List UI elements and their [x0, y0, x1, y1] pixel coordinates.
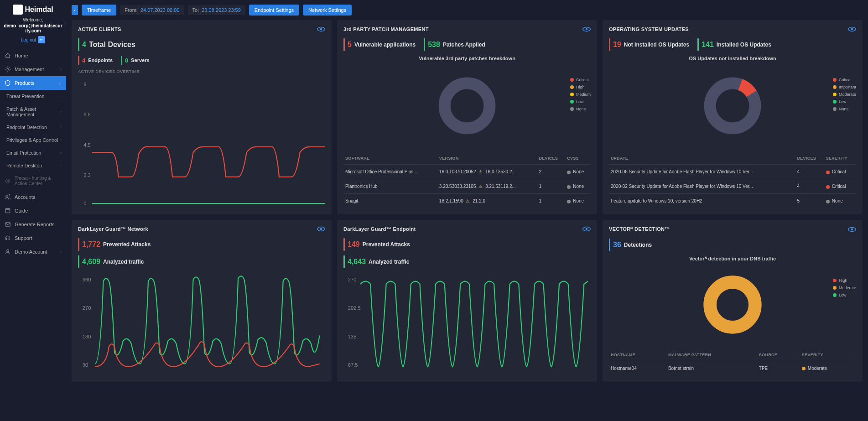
gear-icon — [5, 66, 11, 73]
nav-products[interactable]: Products ⌄ — [0, 76, 66, 90]
nav-home[interactable]: Home — [0, 49, 66, 62]
chart-subtitle: ACTIVE DEVICES OVERTIME — [78, 69, 325, 74]
from-date-group[interactable]: From: 24.07.2023 00:00 — [120, 5, 184, 15]
nav-generate-reports[interactable]: Generate Reports — [0, 218, 66, 231]
os-legend: Critical Important Moderate Low None — [833, 78, 856, 111]
warning-icon: ⚠ — [478, 184, 483, 189]
table-row[interactable]: 2020-06 Security Update for Adobe Flash … — [609, 165, 856, 179]
card-title: DarkLayer Guard™ Endpoint — [343, 226, 416, 232]
vectorn-donut-chart: High Moderate Low — [609, 265, 856, 344]
nav-guide[interactable]: Guide — [0, 204, 66, 218]
chevron-right-icon: › — [60, 163, 62, 168]
nav-email-protection[interactable]: Email Protection› — [0, 146, 66, 159]
dlg-endpoint-chart: 270202.513567.5 — [343, 273, 591, 375]
analyzed-traffic-value: 4,643 — [348, 258, 366, 266]
svg-text:4.5: 4.5 — [83, 142, 90, 148]
users-icon — [5, 194, 11, 200]
card-vectorn: VECTORᴺ DETECTION™ 36Detections Vectorᴺ … — [603, 220, 863, 382]
brand-name: Heimdal — [25, 5, 53, 14]
card-active-clients: ACTIVE CLIENTS 4Total Devices 4Endpoints… — [72, 20, 332, 214]
patch-legend: Critical High Medium Low None — [570, 78, 591, 111]
nav-privileges-app[interactable]: Privileges & App Control› — [0, 134, 66, 146]
headset-icon — [5, 235, 11, 241]
nav-patch-asset[interactable]: Patch & Asset Management› — [0, 103, 66, 121]
svg-text:135: 135 — [348, 334, 356, 339]
nav-management[interactable]: Management › — [0, 62, 66, 76]
patch-table: SOFTWARE VERSION DEVICES CVSS Microsoft … — [343, 152, 591, 208]
svg-text:270: 270 — [348, 277, 356, 282]
card-title: OPERATING SYSTEM UPDATES — [609, 26, 689, 32]
patches-applied-value: 538 — [428, 41, 440, 49]
table-row[interactable]: 2020-02 Security Update for Adobe Flash … — [609, 179, 856, 194]
card-patch-management: 3rd PARTY PATCH MANAGEMENT 5Vulnerable a… — [337, 20, 597, 214]
card-dlg-network: DarkLayer Guard™ Network 1,772Prevented … — [72, 220, 332, 382]
svg-point-22 — [320, 228, 322, 230]
table-row[interactable]: Snagit18.2.1.1590 ⚠ 21.2.01None — [343, 194, 591, 208]
prevented-attacks-value: 149 — [348, 240, 360, 249]
main-area: ‹ Timeframe From: 24.07.2023 00:00 To: 2… — [66, 0, 868, 421]
network-settings-button[interactable]: Network Settings — [303, 5, 352, 16]
sidebar-collapse-button[interactable]: ‹ — [72, 5, 78, 15]
from-date-value: 24.07.2023 00:00 — [140, 7, 180, 13]
svg-point-18 — [851, 28, 853, 31]
dashboard-grid: ACTIVE CLIENTS 4Total Devices 4Endpoints… — [66, 20, 868, 421]
chevron-right-icon: › — [60, 249, 62, 254]
detections-value: 36 — [613, 241, 621, 249]
eye-icon[interactable] — [582, 226, 591, 232]
svg-text:2.3: 2.3 — [83, 172, 90, 178]
eye-icon[interactable] — [848, 26, 856, 32]
svg-point-28 — [586, 228, 588, 230]
logout-icon: ⇤ — [38, 36, 45, 43]
svg-point-16 — [445, 83, 490, 129]
chevron-right-icon: › — [60, 138, 62, 142]
svg-text:202.5: 202.5 — [348, 305, 361, 311]
svg-point-34 — [851, 229, 853, 231]
nav-endpoint-detection[interactable]: Endpoint Detection› — [0, 121, 66, 134]
nav-remote-desktop[interactable]: Remote Desktop› — [0, 159, 66, 172]
user-email: demo_corp@heimdalsecurity.com — [4, 23, 62, 33]
table-row[interactable]: Microsoft Office Professional Plus...16.… — [343, 165, 591, 179]
nav-threat-hunting[interactable]: Threat - hunting & Action Center — [0, 172, 66, 190]
patch-donut-chart: Critical High Medium Low None — [343, 64, 591, 148]
eye-icon[interactable] — [317, 226, 325, 232]
nav-accounts[interactable]: Accounts — [0, 190, 66, 204]
brand-logo: Heimdal — [4, 5, 62, 15]
table-row[interactable]: Feature update to Windows 10, version 20… — [609, 194, 856, 208]
svg-point-7 — [320, 28, 322, 31]
welcome-text: Welcome, — [4, 17, 62, 22]
nav-demo-account[interactable]: Demo Account › — [0, 245, 66, 259]
svg-point-3 — [6, 195, 8, 197]
timeframe-button[interactable]: Timeframe — [82, 5, 116, 16]
svg-point-15 — [586, 28, 588, 31]
donut-title: Vectorᴺ detection in your DNS traffic — [609, 256, 856, 262]
chevron-right-icon: › — [60, 109, 62, 114]
analyzed-traffic-value: 4,609 — [82, 258, 100, 266]
total-devices-value: 4 — [82, 41, 86, 49]
shield-icon — [5, 80, 11, 86]
logout-link[interactable]: Log out ⇤ — [21, 36, 45, 43]
nav-threat-prevention[interactable]: Threat Prevention› — [0, 90, 66, 103]
table-row[interactable]: Hostname04Botnet strainTPEModerate — [609, 361, 856, 376]
nav-support[interactable]: Support — [0, 231, 66, 245]
os-table: UPDATE DEVICES SEVERITY 2020-06 Security… — [609, 152, 856, 208]
installed-value: 141 — [702, 41, 714, 49]
svg-text:90: 90 — [83, 362, 88, 368]
warning-icon: ⚠ — [466, 198, 470, 203]
svg-point-5 — [7, 249, 9, 252]
vectorn-legend: High Moderate Low — [833, 278, 856, 297]
card-dlg-endpoint: DarkLayer Guard™ Endpoint 149Prevented A… — [337, 220, 597, 382]
chevron-right-icon: › — [60, 94, 62, 99]
svg-point-1 — [5, 179, 10, 183]
to-date-group[interactable]: To: 23.08.2023 23:59 — [188, 5, 245, 15]
card-os-updates: OPERATING SYSTEM UPDATES 19Not Installed… — [603, 20, 863, 214]
card-title: VECTORᴺ DETECTION™ — [609, 226, 670, 232]
main-nav: Home Management › Products ⌄ Threat Prev… — [0, 49, 66, 421]
eye-icon[interactable] — [848, 227, 856, 232]
table-row[interactable]: Plantronics Hub3.20.53033.23105 ⚠ 3.21.5… — [343, 179, 591, 194]
chevron-right-icon: › — [60, 151, 62, 155]
endpoints-value: 4 — [82, 57, 85, 64]
endpoint-settings-button[interactable]: Endpoint Settings — [249, 5, 299, 16]
donut-title: OS Updates not installed breakdown — [609, 56, 856, 61]
eye-icon[interactable] — [582, 26, 591, 32]
eye-icon[interactable] — [317, 26, 325, 32]
